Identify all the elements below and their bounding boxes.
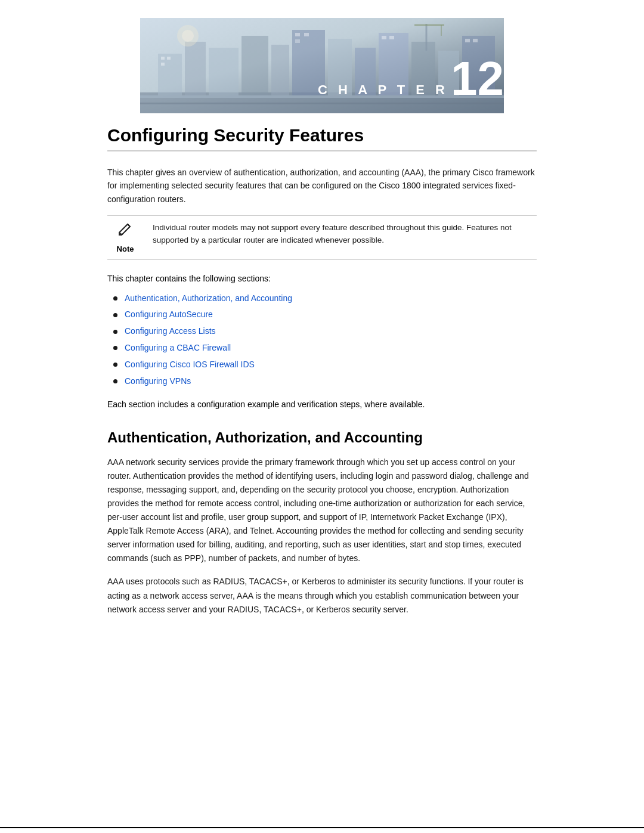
- bullet-dot: [113, 379, 117, 383]
- page-container: C H A P T E R 12 Configuring Security Fe…: [0, 18, 644, 833]
- intro-paragraph: This chapter gives an overview of authen…: [107, 166, 537, 206]
- bullet-dot: [113, 330, 117, 334]
- bullet-dot: [113, 296, 117, 301]
- list-item: Configuring a CBAC Firewall: [113, 341, 537, 355]
- bullet-dot: [113, 313, 117, 317]
- list-item: Configuring Access Lists: [113, 324, 537, 339]
- svg-rect-7: [271, 45, 289, 95]
- note-pencil-icon: [117, 222, 134, 242]
- link-vpns[interactable]: Configuring VPNs: [125, 374, 191, 389]
- note-label: Note: [117, 244, 134, 253]
- aaa-section-heading: Authentication, Authorization, and Accou…: [107, 429, 537, 446]
- sections-intro: This chapter contains the following sect…: [107, 272, 537, 285]
- note-box: Note Individual router models may not su…: [107, 215, 537, 260]
- link-autosecure[interactable]: Configuring AutoSecure: [125, 308, 213, 322]
- list-item: Configuring AutoSecure: [113, 308, 537, 322]
- svg-rect-17: [161, 63, 165, 66]
- svg-rect-20: [295, 39, 300, 43]
- note-text: Individual router models may not support…: [153, 222, 537, 247]
- svg-rect-22: [389, 36, 394, 39]
- svg-rect-24: [473, 39, 478, 42]
- list-item: Authentication, Authorization, and Accou…: [113, 292, 537, 306]
- svg-rect-3: [158, 54, 182, 95]
- svg-rect-6: [242, 36, 268, 95]
- link-cbac[interactable]: Configuring a CBAC Firewall: [125, 341, 231, 355]
- svg-point-29: [182, 30, 194, 42]
- chapter-header: C H A P T E R 12: [140, 18, 504, 113]
- content-area: Configuring Security Features This chapt…: [107, 113, 537, 617]
- chapter-text: C H A P T E R: [318, 82, 451, 103]
- chapter-title: Configuring Security Features: [107, 125, 537, 151]
- bullet-dot: [113, 346, 117, 350]
- svg-rect-23: [465, 39, 470, 42]
- svg-rect-4: [185, 42, 206, 95]
- list-item: Configuring Cisco IOS Firewall IDS: [113, 358, 537, 372]
- svg-rect-16: [167, 57, 171, 60]
- page-footer: OL-6426-02 Cisco 1800 Series Integrated …: [0, 827, 644, 833]
- chapter-label: C H A P T E R 12: [318, 55, 504, 103]
- svg-rect-21: [382, 36, 386, 39]
- note-icon-area: Note: [107, 222, 143, 253]
- aaa-paragraph-2: AAA uses protocols such as RADIUS, TACAC…: [107, 575, 537, 616]
- link-ids[interactable]: Configuring Cisco IOS Firewall IDS: [125, 358, 255, 372]
- list-item: Configuring VPNs: [113, 374, 537, 389]
- svg-rect-19: [304, 33, 309, 36]
- sections-outro: Each section includes a configuration ex…: [107, 398, 537, 411]
- bullet-dot: [113, 363, 117, 367]
- sections-list: Authentication, Authorization, and Accou…: [107, 292, 537, 389]
- svg-rect-30: [140, 103, 504, 104]
- svg-rect-5: [209, 48, 239, 95]
- svg-rect-15: [161, 57, 165, 60]
- chapter-image: C H A P T E R 12: [140, 18, 504, 113]
- svg-rect-18: [295, 33, 300, 36]
- aaa-paragraph-1: AAA network security services provide th…: [107, 456, 537, 566]
- link-aaa[interactable]: Authentication, Authorization, and Accou…: [125, 292, 292, 306]
- chapter-number: 12: [451, 55, 504, 103]
- link-access-lists[interactable]: Configuring Access Lists: [125, 324, 216, 339]
